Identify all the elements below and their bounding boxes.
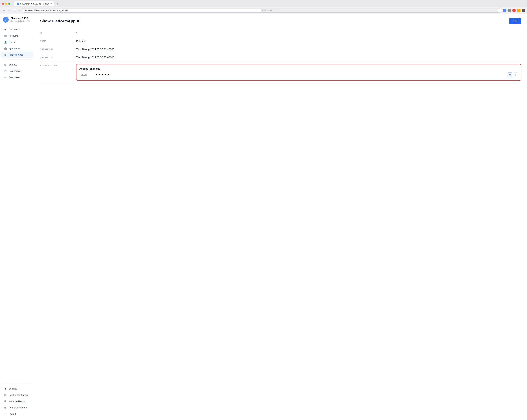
detail-row-name: NAME Cafeshire [40, 37, 521, 45]
access-token-box: AccessToken #41 TOKEN •••••••••• 👁 ⧉ [76, 64, 521, 81]
tab-title: Show PlatformApp #1 - Chatw [20, 2, 49, 5]
profile-icon[interactable] [522, 9, 525, 12]
close-button[interactable] [2, 3, 4, 5]
sidebar-bottom: ⚙ Settings ⊞ Sidekiq Dashboard ⊞ Instanc… [0, 382, 34, 417]
sidebar-item-logout[interactable]: ↩ Logout [1, 411, 33, 417]
sidebar-label-instance-health: Instance Health [9, 400, 25, 403]
brand-name: Chatwoot 3.11.1 [11, 17, 30, 20]
token-value: •••••••••• [96, 73, 505, 77]
browser-chrome: Show PlatformApp #1 - Chatw ✕ + [0, 0, 527, 7]
sidebar-item-platform-apps[interactable]: ⊞ Platform Apps [1, 52, 33, 58]
tab-bar: Show PlatformApp #1 - Chatw ✕ + [14, 1, 60, 6]
sidebar-item-accounts[interactable]: 🏢 Accounts [1, 33, 33, 39]
instance-health-icon: ⊞ [4, 400, 7, 403]
value-created-at: Tue, 20 Aug 2024 05:39:01 +0000 [76, 48, 521, 51]
access-token-container: AccessToken #41 TOKEN •••••••••• 👁 ⧉ [76, 64, 521, 81]
sidebar-label-accounts: Accounts [9, 34, 18, 37]
accounts-icon: 🏢 [4, 34, 7, 37]
browser-toolbar: ← → ↻ ⌂ localhost:3000/super_admin/platf… [0, 7, 527, 14]
sidekiq-icon: ⊞ [4, 394, 7, 396]
copy-icon: ⧉ [515, 73, 516, 77]
main-content: Show PlatformApp #1 Edit ID 1 NAME Cafes… [34, 14, 527, 420]
fullscreen-button[interactable] [8, 3, 11, 5]
sidebar-nav: ⊞ Dashboard 🏢 Accounts 👤 Users 🤖 Agent B… [0, 26, 34, 382]
sidebar-divider-2 [3, 384, 31, 384]
value-id: 1 [76, 32, 521, 34]
detail-row-id: ID 1 [40, 29, 521, 37]
sidebar-label-agent-bots: Agent Bots [9, 47, 20, 50]
extension-icon-3[interactable] [512, 9, 516, 12]
show-token-button[interactable]: 👁 [507, 72, 512, 77]
sidebar: C Chatwoot 3.11.1 Super Admin Console ⊞ … [0, 14, 34, 420]
browser-toolbar-icons [503, 9, 525, 12]
tab-favicon [17, 2, 19, 5]
extension-icon-1[interactable] [503, 9, 506, 12]
token-row: TOKEN •••••••••• 👁 ⧉ [79, 72, 518, 77]
detail-row-created-at: CREATED AT Tue, 20 Aug 2024 05:39:01 +00… [40, 45, 521, 53]
sidebar-label-dashboard: Dashboard [9, 28, 20, 31]
sidebar-item-agent-bots[interactable]: 🤖 Agent Bots [1, 45, 33, 51]
brand-avatar: C [3, 17, 9, 22]
sidebar-item-responses[interactable]: ↩ Responses [1, 74, 33, 80]
sidebar-label-responses: Responses [9, 76, 20, 79]
sources-icon: ⊡ [4, 63, 7, 66]
sidebar-item-documents[interactable]: 📄 Documents [1, 68, 33, 74]
logout-icon: ↩ [4, 412, 7, 415]
token-label: TOKEN [79, 74, 94, 76]
page-title: Show PlatformApp #1 [40, 19, 81, 23]
tab-close-icon[interactable]: ✕ [50, 3, 52, 5]
value-name: Cafeshire [76, 40, 521, 43]
active-tab[interactable]: Show PlatformApp #1 - Chatw ✕ [14, 1, 54, 6]
extension-icon-4[interactable] [517, 9, 520, 12]
detail-row-access-token: ACCESS TOKEN AccessToken #41 TOKEN •••••… [40, 62, 521, 83]
sidebar-item-settings[interactable]: ⚙ Settings [1, 386, 33, 392]
app-layout: C Chatwoot 3.11.1 Super Admin Console ⊞ … [0, 14, 527, 420]
sidebar-brand: C Chatwoot 3.11.1 Super Admin Console [0, 17, 34, 26]
sidebar-label-users: Users [9, 41, 15, 44]
detail-table: ID 1 NAME Cafeshire CREATED AT Tue, 20 A… [40, 29, 521, 83]
settings-icon: ⚙ [4, 387, 7, 390]
brand-subtitle: Super Admin Console [11, 20, 30, 22]
home-button[interactable]: ⌂ [18, 8, 21, 13]
sidebar-label-logout: Logout [9, 413, 16, 415]
token-actions: 👁 ⧉ [507, 72, 518, 77]
detail-row-updated-at: UPDATED AT Tue, 20 Aug 2024 05:56:37 +00… [40, 53, 521, 62]
sidebar-label-sources: Sources [9, 63, 17, 66]
brand-info: Chatwoot 3.11.1 Super Admin Console [11, 17, 30, 22]
token-name: AccessToken #41 [79, 67, 518, 70]
edit-button[interactable]: Edit [509, 18, 521, 24]
minimize-button[interactable] [5, 3, 7, 5]
back-button[interactable]: ← [2, 8, 6, 13]
responses-icon: ↩ [4, 76, 7, 79]
forward-button[interactable]: → [7, 8, 11, 13]
perf-badge: 104.4 ms × 4 [261, 9, 498, 12]
users-icon: 👤 [4, 41, 7, 44]
reload-button[interactable]: ↻ [13, 8, 16, 13]
sidebar-item-instance-health[interactable]: ⊞ Instance Health [1, 398, 33, 404]
sidebar-label-settings: Settings [9, 387, 17, 390]
value-updated-at: Tue, 20 Aug 2024 05:56:37 +0000 [76, 56, 521, 59]
label-name: NAME [40, 40, 76, 42]
sidebar-item-sources[interactable]: ⊡ Sources [1, 62, 33, 68]
eye-icon: 👁 [508, 73, 511, 76]
label-created-at: CREATED AT [40, 48, 76, 50]
sidebar-label-platform-apps: Platform Apps [9, 53, 23, 56]
page-header: Show PlatformApp #1 Edit [40, 18, 521, 24]
agent-bots-icon: 🤖 [4, 47, 7, 50]
traffic-lights [2, 3, 11, 5]
dashboard-icon: ⊞ [4, 28, 7, 31]
documents-icon: 📄 [4, 69, 7, 72]
sidebar-item-users[interactable]: 👤 Users [1, 39, 33, 45]
new-tab-button[interactable]: + [55, 1, 60, 6]
sidebar-item-agent-dashboard[interactable]: ⊞ Agent Dashboard [1, 405, 33, 411]
sidebar-item-sidekiq[interactable]: ⊞ Sidekiq Dashboard [1, 392, 33, 398]
sidebar-label-agent-dashboard: Agent Dashboard [9, 406, 27, 409]
label-updated-at: UPDATED AT [40, 56, 76, 58]
label-id: ID [40, 32, 76, 34]
sidebar-item-dashboard[interactable]: ⊞ Dashboard [1, 26, 33, 33]
sidebar-label-documents: Documents [9, 70, 21, 72]
url-bar[interactable]: localhost:3000/super_admin/platform_apps… [22, 8, 501, 13]
extension-icon-2[interactable] [507, 9, 511, 12]
copy-token-button[interactable]: ⧉ [513, 72, 518, 77]
platform-apps-icon: ⊞ [4, 53, 7, 56]
